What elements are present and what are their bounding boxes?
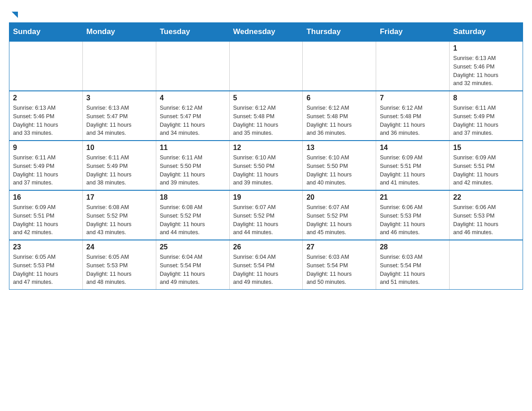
header-wednesday: Wednesday (229, 23, 303, 42)
day-info: Sunrise: 6:06 AM Sunset: 5:53 PM Dayligh… (453, 203, 519, 237)
calendar-week-3: 9Sunrise: 6:11 AM Sunset: 5:49 PM Daylig… (9, 141, 523, 190)
calendar-week-4: 16Sunrise: 6:09 AM Sunset: 5:51 PM Dayli… (9, 190, 523, 240)
day-info: Sunrise: 6:12 AM Sunset: 5:47 PM Dayligh… (160, 104, 226, 137)
table-row (376, 41, 450, 91)
day-info: Sunrise: 6:09 AM Sunset: 5:51 PM Dayligh… (13, 203, 79, 237)
table-row: 1Sunrise: 6:13 AM Sunset: 5:46 PM Daylig… (450, 41, 523, 91)
day-number: 14 (380, 144, 446, 152)
header-saturday: Saturday (450, 23, 523, 42)
table-row: 8Sunrise: 6:11 AM Sunset: 5:49 PM Daylig… (450, 91, 523, 141)
table-row (229, 41, 303, 91)
day-info: Sunrise: 6:07 AM Sunset: 5:52 PM Dayligh… (306, 203, 372, 237)
table-row: 26Sunrise: 6:04 AM Sunset: 5:54 PM Dayli… (229, 240, 303, 290)
logo (9, 9, 20, 18)
day-number: 6 (306, 94, 372, 102)
day-number: 11 (160, 144, 226, 152)
day-number: 15 (453, 144, 519, 152)
day-number: 8 (453, 94, 519, 102)
header-friday: Friday (376, 23, 450, 42)
day-info: Sunrise: 6:09 AM Sunset: 5:51 PM Dayligh… (453, 154, 519, 187)
table-row (82, 41, 156, 91)
day-number: 20 (306, 193, 372, 201)
day-info: Sunrise: 6:05 AM Sunset: 5:53 PM Dayligh… (13, 253, 79, 287)
table-row: 9Sunrise: 6:11 AM Sunset: 5:49 PM Daylig… (9, 141, 83, 190)
day-number: 18 (160, 193, 226, 201)
table-row: 24Sunrise: 6:05 AM Sunset: 5:53 PM Dayli… (82, 240, 156, 290)
calendar-week-2: 2Sunrise: 6:13 AM Sunset: 5:46 PM Daylig… (9, 91, 523, 141)
day-info: Sunrise: 6:05 AM Sunset: 5:53 PM Dayligh… (86, 253, 152, 287)
day-number: 21 (380, 193, 446, 201)
day-number: 19 (233, 193, 299, 201)
day-number: 25 (160, 243, 226, 251)
table-row: 5Sunrise: 6:12 AM Sunset: 5:48 PM Daylig… (229, 91, 303, 141)
table-row: 25Sunrise: 6:04 AM Sunset: 5:54 PM Dayli… (156, 240, 229, 290)
table-row: 18Sunrise: 6:08 AM Sunset: 5:52 PM Dayli… (156, 190, 229, 240)
calendar-week-5: 23Sunrise: 6:05 AM Sunset: 5:53 PM Dayli… (9, 240, 523, 290)
table-row: 28Sunrise: 6:03 AM Sunset: 5:54 PM Dayli… (376, 240, 450, 290)
day-info: Sunrise: 6:08 AM Sunset: 5:52 PM Dayligh… (160, 203, 226, 237)
day-info: Sunrise: 6:03 AM Sunset: 5:54 PM Dayligh… (306, 253, 372, 287)
table-row: 23Sunrise: 6:05 AM Sunset: 5:53 PM Dayli… (9, 240, 83, 290)
day-number: 3 (86, 94, 152, 102)
day-number: 22 (453, 193, 519, 201)
logo-arrow-icon (10, 10, 20, 20)
day-info: Sunrise: 6:07 AM Sunset: 5:52 PM Dayligh… (233, 203, 299, 237)
day-number: 4 (160, 94, 226, 102)
header-sunday: Sunday (9, 23, 83, 42)
day-number: 16 (13, 193, 79, 201)
day-number: 28 (380, 243, 446, 251)
table-row: 2Sunrise: 6:13 AM Sunset: 5:46 PM Daylig… (9, 91, 83, 141)
table-row: 15Sunrise: 6:09 AM Sunset: 5:51 PM Dayli… (450, 141, 523, 190)
table-row: 12Sunrise: 6:10 AM Sunset: 5:50 PM Dayli… (229, 141, 303, 190)
day-number: 13 (306, 144, 372, 152)
day-number: 10 (86, 144, 152, 152)
day-info: Sunrise: 6:10 AM Sunset: 5:50 PM Dayligh… (233, 154, 299, 187)
day-info: Sunrise: 6:11 AM Sunset: 5:49 PM Dayligh… (86, 154, 152, 187)
table-row: 11Sunrise: 6:11 AM Sunset: 5:50 PM Dayli… (156, 141, 229, 190)
day-info: Sunrise: 6:13 AM Sunset: 5:46 PM Dayligh… (453, 54, 519, 88)
day-number: 1 (453, 44, 519, 52)
calendar-week-1: 1Sunrise: 6:13 AM Sunset: 5:46 PM Daylig… (9, 41, 523, 91)
day-number: 2 (13, 94, 79, 102)
day-info: Sunrise: 6:08 AM Sunset: 5:52 PM Dayligh… (86, 203, 152, 237)
table-row: 10Sunrise: 6:11 AM Sunset: 5:49 PM Dayli… (82, 141, 156, 190)
day-info: Sunrise: 6:11 AM Sunset: 5:49 PM Dayligh… (13, 154, 79, 187)
table-row (156, 41, 229, 91)
table-row: 19Sunrise: 6:07 AM Sunset: 5:52 PM Dayli… (229, 190, 303, 240)
day-number: 17 (86, 193, 152, 201)
day-info: Sunrise: 6:03 AM Sunset: 5:54 PM Dayligh… (380, 253, 446, 287)
table-row: 14Sunrise: 6:09 AM Sunset: 5:51 PM Dayli… (376, 141, 450, 190)
day-info: Sunrise: 6:04 AM Sunset: 5:54 PM Dayligh… (160, 253, 226, 287)
day-info: Sunrise: 6:06 AM Sunset: 5:53 PM Dayligh… (380, 203, 446, 237)
header-tuesday: Tuesday (156, 23, 229, 42)
day-number: 5 (233, 94, 299, 102)
day-info: Sunrise: 6:13 AM Sunset: 5:46 PM Dayligh… (13, 104, 79, 137)
day-number: 23 (13, 243, 79, 251)
day-info: Sunrise: 6:11 AM Sunset: 5:50 PM Dayligh… (160, 154, 226, 187)
day-info: Sunrise: 6:09 AM Sunset: 5:51 PM Dayligh… (380, 154, 446, 187)
table-row (450, 240, 523, 290)
day-number: 12 (233, 144, 299, 152)
header-monday: Monday (82, 23, 156, 42)
day-info: Sunrise: 6:11 AM Sunset: 5:49 PM Dayligh… (453, 104, 519, 137)
day-info: Sunrise: 6:13 AM Sunset: 5:47 PM Dayligh… (86, 104, 152, 137)
day-number: 24 (86, 243, 152, 251)
day-number: 7 (380, 94, 446, 102)
calendar-header-row: SundayMondayTuesdayWednesdayThursdayFrid… (9, 23, 523, 42)
table-row (303, 41, 376, 91)
table-row: 16Sunrise: 6:09 AM Sunset: 5:51 PM Dayli… (9, 190, 83, 240)
table-row: 17Sunrise: 6:08 AM Sunset: 5:52 PM Dayli… (82, 190, 156, 240)
day-info: Sunrise: 6:12 AM Sunset: 5:48 PM Dayligh… (233, 104, 299, 137)
day-info: Sunrise: 6:12 AM Sunset: 5:48 PM Dayligh… (380, 104, 446, 137)
table-row: 3Sunrise: 6:13 AM Sunset: 5:47 PM Daylig… (82, 91, 156, 141)
day-info: Sunrise: 6:04 AM Sunset: 5:54 PM Dayligh… (233, 253, 299, 287)
header-thursday: Thursday (303, 23, 376, 42)
table-row: 22Sunrise: 6:06 AM Sunset: 5:53 PM Dayli… (450, 190, 523, 240)
table-row: 4Sunrise: 6:12 AM Sunset: 5:47 PM Daylig… (156, 91, 229, 141)
table-row: 20Sunrise: 6:07 AM Sunset: 5:52 PM Dayli… (303, 190, 376, 240)
day-number: 26 (233, 243, 299, 251)
day-info: Sunrise: 6:12 AM Sunset: 5:48 PM Dayligh… (306, 104, 372, 137)
table-row: 27Sunrise: 6:03 AM Sunset: 5:54 PM Dayli… (303, 240, 376, 290)
calendar-table: SundayMondayTuesdayWednesdayThursdayFrid… (9, 22, 523, 290)
table-row (9, 41, 83, 91)
